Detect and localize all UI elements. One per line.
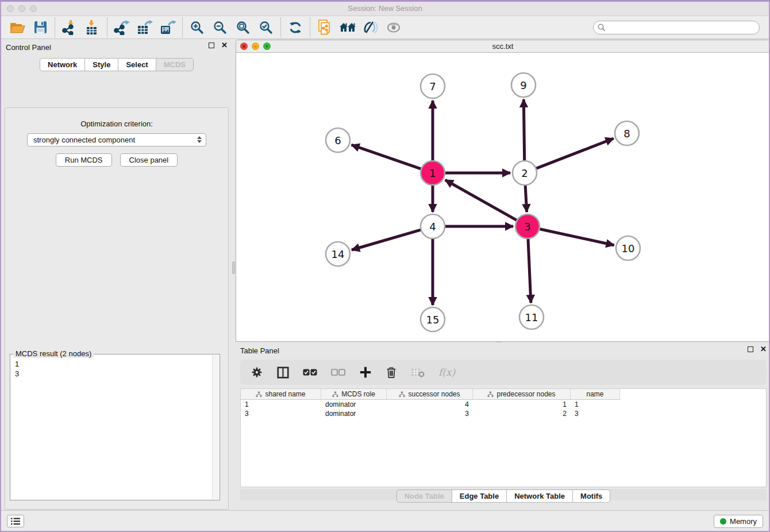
save-session-button[interactable] bbox=[29, 18, 52, 37]
network-file-icon bbox=[317, 20, 332, 35]
graph-edge-2-9[interactable] bbox=[523, 99, 524, 161]
tab-network-table[interactable]: Network Table bbox=[506, 489, 573, 503]
graph-node-2[interactable]: 2 bbox=[513, 161, 537, 185]
control-panel-tabs: NetworkStyleSelectMCDS bbox=[1, 58, 232, 71]
select-all-button[interactable] bbox=[303, 369, 317, 376]
criterion-select[interactable]: strongly connected component bbox=[27, 133, 206, 147]
table-cell[interactable]: dominator bbox=[321, 409, 387, 418]
column-header-shared-name[interactable]: shared name bbox=[241, 389, 321, 400]
result-scrollbar[interactable] bbox=[212, 355, 219, 499]
export-image-button[interactable] bbox=[156, 18, 179, 37]
network-from-file-button[interactable] bbox=[313, 18, 336, 37]
graph-edge-3-1[interactable] bbox=[445, 180, 517, 220]
graph-node-9[interactable]: 9 bbox=[511, 73, 536, 97]
graph-node-1[interactable]: 1 bbox=[421, 161, 445, 185]
memory-label: Memory bbox=[730, 517, 757, 526]
table-cell[interactable]: 1 bbox=[241, 400, 321, 409]
search-input[interactable] bbox=[593, 21, 760, 34]
graph-node-15[interactable]: 15 bbox=[421, 307, 445, 331]
table-cell[interactable]: 3 bbox=[387, 409, 473, 418]
toolbar-separator bbox=[107, 18, 107, 37]
graph-edge-3-10[interactable] bbox=[540, 229, 614, 245]
main-toolbar bbox=[1, 16, 769, 39]
close-panel-button[interactable]: Close panel bbox=[120, 153, 178, 167]
table-settings-button[interactable] bbox=[251, 366, 263, 379]
delete-column-button[interactable] bbox=[386, 366, 397, 379]
table-cell[interactable]: 1 bbox=[571, 400, 620, 409]
graph-edge-2-3[interactable] bbox=[525, 185, 527, 212]
tab-style[interactable]: Style bbox=[84, 58, 118, 71]
graph-node-7[interactable]: 7 bbox=[421, 74, 445, 98]
close-panel-icon[interactable]: ✕ bbox=[221, 43, 228, 48]
tab-edge-table[interactable]: Edge Table bbox=[452, 489, 507, 503]
export-table-button[interactable] bbox=[133, 18, 156, 37]
task-history-button[interactable] bbox=[7, 515, 24, 527]
export-network-button[interactable] bbox=[110, 18, 133, 37]
graph-node-11[interactable]: 11 bbox=[519, 305, 544, 329]
tab-motifs[interactable]: Motifs bbox=[572, 489, 610, 503]
zoom-in-button[interactable] bbox=[186, 18, 209, 37]
run-mcds-button[interactable]: Run MCDS bbox=[56, 153, 112, 167]
table-cell[interactable]: 2 bbox=[473, 409, 571, 418]
tab-mcds[interactable]: MCDS bbox=[156, 58, 194, 71]
graph-node-4[interactable]: 4 bbox=[421, 214, 445, 238]
control-panel-title: Control Panel bbox=[6, 43, 51, 52]
zoom-selected-button[interactable] bbox=[255, 18, 278, 37]
sort-tree-icon bbox=[332, 391, 338, 398]
network-window-titlebar[interactable]: ✕ − + scc.txt bbox=[236, 40, 769, 53]
table-cell[interactable]: 1 bbox=[473, 400, 571, 409]
column-label: name bbox=[586, 390, 603, 398]
zoom-fit-button[interactable] bbox=[232, 18, 255, 37]
table-cell[interactable]: 4 bbox=[387, 400, 473, 409]
table-cell[interactable]: 3 bbox=[571, 409, 620, 418]
table-row[interactable]: 1dominator411 bbox=[241, 400, 766, 409]
tab-network[interactable]: Network bbox=[40, 58, 85, 71]
import-network-button[interactable] bbox=[58, 18, 81, 37]
graph-node-label: 2 bbox=[521, 167, 528, 179]
open-session-button[interactable] bbox=[6, 18, 29, 37]
tab-node-table[interactable]: Node Table bbox=[396, 489, 452, 503]
column-header-predecessor-nodes[interactable]: predecessor nodes bbox=[473, 389, 571, 400]
column-header-successor-nodes[interactable]: successor nodes bbox=[387, 389, 473, 400]
unchecked-boxes-icon bbox=[331, 369, 345, 376]
close-table-panel-icon[interactable]: ✕ bbox=[760, 346, 767, 352]
zoom-out-button[interactable] bbox=[209, 18, 232, 37]
graph-node-3[interactable]: 3 bbox=[515, 214, 540, 238]
control-panel: Control Panel ✕ NetworkStyleSelectMCDS O… bbox=[1, 40, 232, 513]
network-canvas[interactable]: 7968124314101511 bbox=[236, 53, 769, 341]
zoom-fit-icon bbox=[236, 21, 250, 34]
apply-layout-button[interactable] bbox=[284, 18, 307, 37]
mcds-result-text[interactable]: 1 3 bbox=[10, 354, 220, 379]
graph-node-6[interactable]: 6 bbox=[326, 128, 350, 152]
table-row[interactable]: 3dominator323 bbox=[241, 409, 766, 418]
memory-button[interactable]: Memory bbox=[714, 515, 763, 528]
graph-edge-1-6[interactable] bbox=[352, 145, 422, 169]
graph-node-label: 8 bbox=[623, 128, 630, 140]
select-columns-button[interactable] bbox=[277, 367, 289, 379]
function-builder-button[interactable]: f(x) bbox=[438, 367, 455, 378]
float-panel-icon[interactable] bbox=[209, 43, 214, 48]
vertical-splitter-grip[interactable] bbox=[232, 261, 235, 274]
home-button[interactable] bbox=[336, 18, 359, 37]
graph-edge-4-14[interactable] bbox=[352, 230, 421, 250]
import-table-button[interactable] bbox=[81, 18, 104, 37]
column-header-name[interactable]: name bbox=[571, 389, 620, 400]
show-panels-button[interactable] bbox=[382, 18, 405, 37]
table-cell[interactable]: 3 bbox=[241, 409, 321, 418]
graph-node-8[interactable]: 8 bbox=[615, 121, 639, 145]
graph-node-10[interactable]: 10 bbox=[616, 236, 640, 260]
add-column-button[interactable] bbox=[359, 366, 372, 379]
zoom-in-icon bbox=[190, 21, 204, 34]
tab-select[interactable]: Select bbox=[118, 58, 156, 71]
float-table-panel-icon[interactable] bbox=[748, 346, 753, 352]
graph-edge-3-11[interactable] bbox=[528, 238, 531, 303]
deselect-all-button[interactable] bbox=[331, 369, 345, 376]
table-cell[interactable]: dominator bbox=[321, 400, 387, 409]
hide-panels-button[interactable] bbox=[359, 18, 382, 37]
column-header-mcds-role[interactable]: MCDS role bbox=[321, 389, 387, 400]
delete-table-button[interactable] bbox=[411, 367, 425, 377]
graph-node-label: 14 bbox=[332, 248, 345, 260]
zoom-out-icon bbox=[213, 21, 227, 34]
graph-edge-2-8[interactable] bbox=[536, 138, 614, 168]
graph-node-14[interactable]: 14 bbox=[326, 242, 350, 266]
